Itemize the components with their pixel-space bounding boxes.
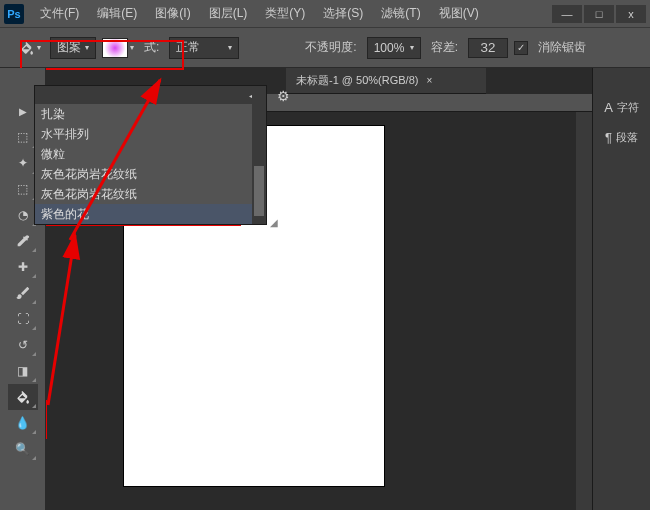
tool-generic-2[interactable]: ✦ (8, 150, 38, 176)
tool-brush[interactable] (8, 280, 38, 306)
pattern-item[interactable]: 灰色花岗岩花纹纸 (35, 184, 266, 204)
maximize-button[interactable]: □ (584, 5, 614, 23)
dropdown-arrow-icon[interactable]: ▾ (130, 43, 134, 52)
menu-file[interactable]: 文件(F) (32, 1, 87, 26)
opacity-dropdown[interactable]: 100% ▾ (367, 37, 421, 59)
pattern-list-header: ◂ ▸ (35, 86, 266, 104)
menu-image[interactable]: 图像(I) (147, 1, 198, 26)
eyedropper-icon (15, 233, 31, 249)
scrollbar-vertical[interactable] (576, 112, 592, 510)
pattern-picker-list: ◂ ▸ 扎染 水平排列 微粒 灰色花岗岩花纹纸 灰色花岗岩花纹纸 紫色的花 ⚙ … (34, 85, 267, 225)
tool-icon: ⬚ (17, 130, 28, 144)
tool-healing[interactable]: ✚ (8, 254, 38, 280)
opacity-value: 100% (374, 41, 405, 55)
window-controls: — □ x (552, 5, 646, 23)
menu-filter[interactable]: 滤镜(T) (373, 1, 428, 26)
tool-eraser[interactable]: ◨ (8, 358, 38, 384)
document-tab-label: 未标题-1 @ 50%(RGB/8) (296, 73, 418, 88)
arrow-right-icon: ▶ (19, 106, 27, 117)
history-brush-icon: ↺ (18, 338, 28, 352)
panel-paragraph[interactable]: ¶ 段落 (593, 122, 650, 152)
character-icon: A (604, 100, 613, 115)
tool-generic-4[interactable]: ◔ (8, 202, 38, 228)
menu-view[interactable]: 视图(V) (431, 1, 487, 26)
fill-type-dropdown[interactable]: 图案 ▾ (50, 37, 96, 59)
document-tab[interactable]: 未标题-1 @ 50%(RGB/8) × (286, 68, 486, 94)
menu-select[interactable]: 选择(S) (315, 1, 371, 26)
minimize-button[interactable]: — (552, 5, 582, 23)
pattern-list-scrollbar[interactable] (252, 86, 266, 224)
tab-close-icon[interactable]: × (426, 75, 432, 86)
dropdown-arrow-icon: ▾ (410, 43, 414, 52)
antialias-label: 消除锯齿 (538, 39, 586, 56)
scrollbar-thumb[interactable] (254, 166, 264, 216)
eraser-icon: ◨ (17, 364, 28, 378)
paint-bucket-icon (15, 389, 31, 405)
tool-paint-bucket[interactable] (8, 384, 38, 410)
brush-icon (15, 285, 31, 301)
main-menu: 文件(F) 编辑(E) 图像(I) 图层(L) 类型(Y) 选择(S) 滤镜(T… (32, 1, 487, 26)
pattern-item[interactable]: 微粒 (35, 144, 266, 164)
mode-label: 式: (144, 39, 159, 56)
dropdown-arrow-icon: ▾ (228, 43, 232, 52)
tool-icon: ⬚ (17, 182, 28, 196)
tool-flyout-arrow[interactable]: ▶ (8, 98, 38, 124)
paragraph-icon: ¶ (605, 130, 612, 145)
tool-history-brush[interactable]: ↺ (8, 332, 38, 358)
current-tool-icon[interactable]: ▾ (16, 36, 44, 60)
fill-type-value: 图案 (57, 39, 81, 56)
pattern-item[interactable]: 灰色花岗岩花纹纸 (35, 164, 266, 184)
title-bar: Ps 文件(F) 编辑(E) 图像(I) 图层(L) 类型(Y) 选择(S) 滤… (0, 0, 650, 28)
pattern-swatch[interactable] (102, 38, 128, 58)
tolerance-input[interactable] (468, 38, 508, 58)
options-bar: ▾ 图案 ▾ ▾ 式: 正常 ▾ 不透明度: 100% ▾ 容差: ✓ 消除锯齿 (0, 28, 650, 68)
stamp-icon: ⛶ (17, 312, 29, 326)
tool-icon: ◔ (18, 208, 28, 222)
tool-blur[interactable]: 💧 (8, 410, 38, 436)
tool-stamp[interactable]: ⛶ (8, 306, 38, 332)
right-panel: A 字符 ¶ 段落 (592, 68, 650, 510)
pattern-item[interactable]: 水平排列 (35, 124, 266, 144)
panel-label: 字符 (617, 100, 639, 115)
menu-type[interactable]: 类型(Y) (257, 1, 313, 26)
tool-dodge[interactable]: 🔍 (8, 436, 38, 462)
panel-label: 段落 (616, 130, 638, 145)
antialias-checkbox[interactable]: ✓ (514, 41, 528, 55)
close-button[interactable]: x (616, 5, 646, 23)
opacity-label: 不透明度: (305, 39, 356, 56)
tool-eyedropper[interactable] (8, 228, 38, 254)
panel-character[interactable]: A 字符 (593, 92, 650, 122)
menu-layer[interactable]: 图层(L) (201, 1, 256, 26)
menu-edit[interactable]: 编辑(E) (89, 1, 145, 26)
blur-icon: 💧 (15, 416, 30, 430)
resize-handle-icon[interactable]: ◢ (270, 217, 278, 228)
dodge-icon: 🔍 (15, 442, 30, 456)
app-logo: Ps (4, 4, 24, 24)
blend-mode-value: 正常 (176, 39, 200, 56)
pattern-item[interactable]: 扎染 (35, 104, 266, 124)
gear-icon[interactable]: ⚙ (277, 88, 290, 104)
tolerance-label: 容差: (431, 39, 458, 56)
tool-generic-1[interactable]: ⬚ (8, 124, 38, 150)
dropdown-arrow-icon: ▾ (85, 43, 89, 52)
bandage-icon: ✚ (18, 260, 28, 274)
blend-mode-dropdown[interactable]: 正常 ▾ (169, 37, 239, 59)
tool-generic-3[interactable]: ⬚ (8, 176, 38, 202)
paint-bucket-icon (19, 40, 35, 56)
pattern-item-selected[interactable]: 紫色的花 (35, 204, 266, 224)
dropdown-arrow-icon: ▾ (37, 43, 41, 52)
tool-icon: ✦ (18, 156, 28, 170)
